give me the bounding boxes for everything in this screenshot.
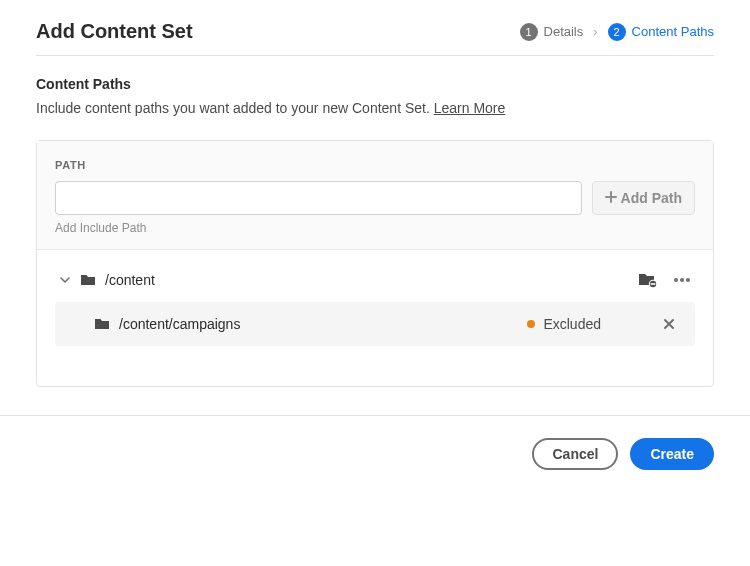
paths-panel: PATH Add Path Add Include Path: [36, 140, 714, 387]
chevron-down-icon[interactable]: [59, 275, 71, 285]
wizard-footer: Cancel Create: [0, 416, 750, 492]
path-helper-text: Add Include Path: [55, 221, 695, 235]
svg-point-4: [680, 278, 684, 282]
status-dot-icon: [527, 320, 535, 328]
cancel-button[interactable]: Cancel: [532, 438, 618, 470]
tree-row-child[interactable]: /content/campaigns Excluded: [55, 302, 695, 346]
status-badge: Excluded: [527, 316, 601, 332]
step-number-2: 2: [608, 23, 626, 41]
path-heading: PATH: [55, 159, 695, 171]
path-input-section: PATH Add Path Add Include Path: [37, 141, 713, 250]
page-title: Add Content Set: [36, 20, 193, 43]
section-title: Content Paths: [36, 76, 714, 92]
folder-icon: [81, 274, 95, 286]
step-label-1: Details: [544, 24, 584, 39]
tree-row-root[interactable]: /content: [55, 262, 695, 298]
section-header: Content Paths Include content paths you …: [36, 76, 714, 116]
add-path-label: Add Path: [621, 190, 682, 206]
create-button[interactable]: Create: [630, 438, 714, 470]
step-label-2: Content Paths: [632, 24, 714, 39]
tree-child-label: /content/campaigns: [119, 316, 240, 332]
plus-icon: [605, 190, 617, 206]
include-path-input[interactable]: [55, 181, 582, 215]
step-content-paths[interactable]: 2 Content Paths: [608, 23, 714, 41]
step-number-1: 1: [520, 23, 538, 41]
chevron-right-icon: ›: [593, 24, 597, 39]
svg-point-3: [674, 278, 678, 282]
folder-icon: [95, 318, 109, 330]
step-details[interactable]: 1 Details: [520, 23, 584, 41]
exclude-subpath-icon[interactable]: [639, 272, 657, 288]
svg-rect-2: [651, 283, 656, 285]
path-tree: /content /content/campaigns: [37, 250, 713, 386]
status-text: Excluded: [543, 316, 601, 332]
tree-root-label: /content: [105, 272, 639, 288]
wizard-header: Add Content Set 1 Details › 2 Content Pa…: [36, 20, 714, 56]
wizard-stepper: 1 Details › 2 Content Paths: [520, 23, 714, 41]
more-icon[interactable]: [673, 277, 691, 283]
section-description: Include content paths you want added to …: [36, 100, 714, 116]
close-icon[interactable]: [661, 318, 677, 330]
section-desc-text: Include content paths you want added to …: [36, 100, 434, 116]
learn-more-link[interactable]: Learn More: [434, 100, 506, 116]
svg-point-5: [686, 278, 690, 282]
add-path-button[interactable]: Add Path: [592, 181, 695, 215]
